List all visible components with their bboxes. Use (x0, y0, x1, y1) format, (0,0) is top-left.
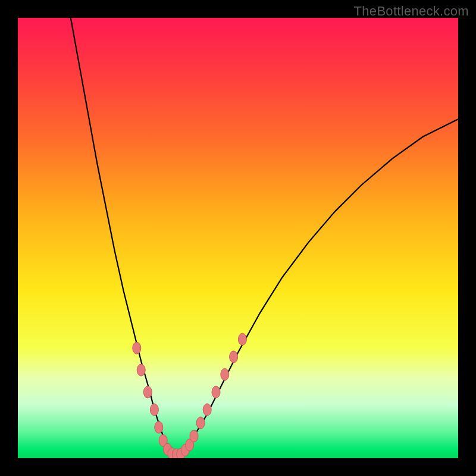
watermark-text: TheBottleneck.com (354, 4, 469, 19)
marker-right-7 (238, 333, 246, 345)
marker-right-4 (212, 386, 220, 398)
chart-frame (18, 18, 458, 458)
marker-right-3 (203, 404, 211, 416)
marker-right-2 (196, 417, 205, 429)
marker-left-3 (150, 404, 158, 416)
plot-background (18, 18, 458, 458)
chart-svg (18, 18, 458, 458)
marker-left-1 (137, 364, 145, 376)
marker-left-0 (133, 342, 141, 354)
marker-right-6 (230, 351, 238, 363)
marker-left-4 (155, 421, 163, 433)
marker-right-1 (190, 430, 198, 442)
marker-right-5 (221, 368, 229, 380)
marker-left-2 (143, 386, 152, 398)
